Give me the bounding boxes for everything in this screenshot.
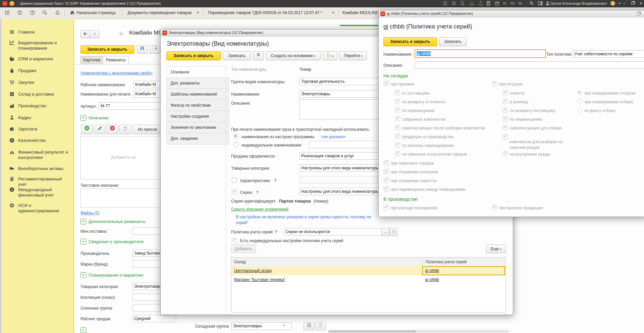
save-close-button[interactable]: Записать и закрыть <box>166 51 221 60</box>
search-icon[interactable] <box>41 10 48 16</box>
name-input-focused[interactable]: gj cthbb <box>415 49 546 58</box>
column-header-warehouse[interactable]: Склад <box>231 258 423 266</box>
nav-item-name-templates[interactable]: Шаблоны наименований <box>166 89 229 100</box>
checkbox-ship-transfer[interactable]: по перемещению <box>503 116 542 122</box>
policy-link[interactable]: gj cthbb <box>425 268 439 273</box>
radio-on-picking-fact[interactable]: по факту отбора <box>577 108 615 113</box>
create-based-on-button[interactable]: Создать на основании ▾ <box>266 51 321 60</box>
restore-button[interactable] <box>629 1 637 7</box>
checkbox-from-supplier[interactable]: от поставщика <box>395 90 430 96</box>
add-image-button[interactable] <box>81 125 93 134</box>
checkbox-shipment[interactable]: при отгрузке <box>492 81 523 87</box>
zoom-icon[interactable] <box>529 1 535 6</box>
from-attached-button[interactable]: Из присое <box>132 125 163 134</box>
help-icon[interactable]: ? <box>275 230 277 234</box>
horizontal-scrollbar[interactable] <box>328 330 509 333</box>
notifications-bell-icon[interactable] <box>54 10 61 16</box>
tab-close-icon[interactable]: × <box>332 10 334 15</box>
more-button[interactable]: Еще ▾ <box>486 244 506 253</box>
history-icon[interactable] <box>29 10 36 16</box>
main-menu-button[interactable]: ▼ <box>9 1 14 6</box>
checkbox-assembled-kits[interactable]: собранных комплектов <box>395 116 445 122</box>
checkbox-shortage[interactable]: при отражении недостач <box>384 178 437 183</box>
cell-warehouse[interactable]: Центральный склад <box>231 266 423 275</box>
nav-forward-button[interactable] <box>90 30 99 38</box>
apps-grid-icon[interactable] <box>3 10 11 16</box>
tab-close-icon[interactable]: × <box>197 10 199 15</box>
checkbox-material-consumption[interactable]: при расходе материалов <box>384 205 437 210</box>
nav-item-default-values[interactable]: Значения по умолчанию <box>166 122 229 133</box>
preview-icon[interactable] <box>460 1 466 6</box>
save-close-button[interactable]: Записать и закрыть <box>80 45 134 54</box>
delete-image-button[interactable] <box>107 125 118 134</box>
article-input[interactable]: М-77 <box>99 102 161 110</box>
save-close-button[interactable]: Записать и закрыть <box>383 37 437 46</box>
save-button[interactable]: Записать <box>439 37 467 46</box>
tab-props[interactable]: Реквизиты <box>103 56 129 64</box>
checkbox-production-output[interactable]: продукции из производства <box>395 134 453 139</box>
cell-policy[interactable]: gj cthbb <box>422 275 505 284</box>
hide-restrictions-link[interactable]: Скрыть описание ограничений <box>231 207 288 212</box>
favorites-star-icon[interactable] <box>16 10 23 16</box>
warehouse-link[interactable]: Магазин "Бытовая техника" <box>234 277 285 282</box>
characteristics-checkbox[interactable]: Характеристики: ? <box>232 178 276 183</box>
tab-item-kombain[interactable]: Комбайн MOULINE <box>340 7 378 18</box>
min-supply-input[interactable] <box>132 227 164 235</box>
checkbox-components-after-disassembly[interactable]: комплектующих после разборки комплектов <box>395 125 485 130</box>
radio-on-picking-planning[interactable]: при планировании отбора <box>577 99 633 104</box>
checkbox-receipt[interactable]: при приемке <box>384 81 414 87</box>
choose-button[interactable]: ... <box>381 228 389 236</box>
info-icon[interactable]: i <box>610 1 616 6</box>
nav-item-add-info[interactable]: Доп. сведения <box>166 133 229 145</box>
checkbox-internal-needs[interactable]: на внутренние нужды <box>503 151 550 157</box>
memory-m-minus-button[interactable]: M- <box>519 1 523 5</box>
close-button[interactable]: × <box>637 1 644 7</box>
checkbox-client-return[interactable]: по возврату от клиента <box>395 99 445 104</box>
copy-value-button[interactable] <box>315 322 326 330</box>
goto-button[interactable]: Перейти ▾ <box>339 51 367 60</box>
modal-titlebar[interactable]: 1С gj cthbb (Политика учета серий) (1С:П… <box>379 10 644 17</box>
description-input[interactable] <box>415 61 644 69</box>
print-icon[interactable] <box>451 1 457 6</box>
cell-policy[interactable]: gj cthbb <box>422 266 505 275</box>
edit-image-button[interactable] <box>94 125 105 134</box>
nav-item-creation-settings[interactable]: Настройки создания <box>166 111 229 122</box>
radio-individual-name[interactable]: индивидуальное наименование: <box>233 142 302 148</box>
checkbox-recount[interactable]: при пересчете товаров <box>384 160 434 166</box>
checkbox-components-for-assembly[interactable]: комплектующих для сборки <box>503 125 561 130</box>
nav-item-add-attrs[interactable]: Доп. реквизиты <box>166 77 229 89</box>
checkbox-between-premises[interactable]: при перемещении между помещениями <box>384 186 466 192</box>
memory-m-plus-button[interactable]: M+ <box>511 1 516 5</box>
sales-rating-input[interactable]: Средний <box>132 315 176 322</box>
checkbox-supplier-return[interactable]: по возврату поставщику <box>503 108 555 113</box>
checkbox-product-output[interactable]: при выпуске продукции <box>492 205 543 210</box>
policy-type-input[interactable]: Учет себестоимости по сериям <box>573 50 644 58</box>
tab-goods-transfer-doc[interactable]: Перемещение товаров ТД00-000016 от 04.03… <box>205 7 338 18</box>
minimize-button[interactable]: – <box>621 1 628 7</box>
checkbox-surplus[interactable]: при отражении излишков <box>384 169 438 174</box>
series-checkbox[interactable]: Серии: ? <box>232 189 259 195</box>
series-policy-input[interactable]: Серии не используются <box>284 228 383 235</box>
table-row[interactable]: Магазин "Бытовая техника" gj cthbb <box>231 275 505 284</box>
warehouse-link[interactable]: Центральный склад <box>234 268 272 273</box>
warehouse-group-input[interactable]: Электротовары <box>231 322 292 330</box>
save-button[interactable]: Записать <box>223 51 251 60</box>
checkbox-not-accepted[interactable]: не принятых получателем товаров <box>395 151 467 157</box>
radio-on-shipment-planning[interactable]: при планировании отгрузки <box>577 90 636 96</box>
show-in-list-icon-button[interactable] <box>253 51 264 60</box>
checkbox-other-receipt[interactable]: по прочему оприходованию <box>395 143 454 148</box>
tab-card[interactable]: Карточка <box>80 56 103 64</box>
open-value-icon-button[interactable] <box>389 228 397 236</box>
help-icon[interactable]: ? <box>274 178 276 183</box>
calendar-icon[interactable] <box>494 1 500 6</box>
current-user[interactable]: Орлов Александр Владимирович <box>550 1 607 5</box>
copy-image-button[interactable] <box>119 125 131 134</box>
files-link[interactable]: Файлы (0) <box>80 211 99 215</box>
dropdown-arrow-icon[interactable]: ▾ <box>283 324 285 327</box>
attach-import-icon[interactable] <box>469 1 475 6</box>
checkbox-by-transfer[interactable]: по перемещению <box>395 108 435 113</box>
nav-item-property-filter[interactable]: Фильтр по свойствам <box>166 100 229 111</box>
tab-home[interactable]: Начальная страница <box>66 7 121 18</box>
policy-link[interactable]: gj cthbb <box>425 277 439 282</box>
table-row[interactable]: Центральный склад gj cthbb <box>231 266 505 275</box>
